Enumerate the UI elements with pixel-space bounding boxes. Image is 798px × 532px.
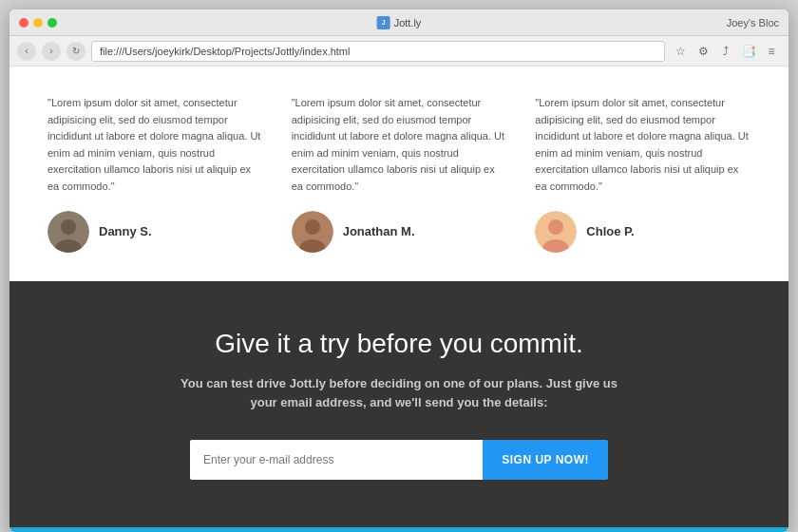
- testimonial-author-2: Jonathan M.: [292, 211, 507, 253]
- testimonial-quote-1: "Lorem ipsum dolor sit amet, consectetur…: [48, 95, 263, 196]
- avatar-danny: [48, 211, 89, 253]
- author-name-danny: Danny S.: [99, 224, 152, 238]
- address-text: file:///Users/joeykirk/Desktop/Projects/…: [100, 46, 350, 57]
- forward-button[interactable]: ›: [42, 42, 61, 61]
- browser-tab: J Jott.ly: [377, 16, 422, 29]
- cta-form: SIGN UP NOW!: [190, 440, 608, 480]
- page-content: "Lorem ipsum dolor sit amet, consectetur…: [10, 66, 788, 532]
- bookmark-list-icon[interactable]: 📑: [739, 42, 758, 61]
- browser-dots: [19, 18, 57, 28]
- svg-point-1: [61, 219, 76, 235]
- cta-title: Give it a try before you commit.: [48, 329, 750, 359]
- toolbar-actions: ☆ ⚙ ⤴ 📑 ≡: [671, 42, 781, 61]
- minimize-dot[interactable]: [33, 18, 43, 28]
- testimonial-item: "Lorem ipsum dolor sit amet, consectetur…: [48, 95, 263, 253]
- favicon-icon: J: [377, 16, 390, 29]
- address-bar[interactable]: file:///Users/joeykirk/Desktop/Projects/…: [91, 41, 665, 62]
- extensions-icon[interactable]: ⚙: [694, 42, 712, 61]
- author-name-jonathan: Jonathan M.: [343, 224, 415, 238]
- author-name-chloe: Chloe P.: [586, 224, 634, 238]
- browser-toolbar: ‹ › ↻ file:///Users/joeykirk/Desktop/Pro…: [10, 36, 788, 66]
- cta-subtitle: You can test drive Jott.ly before decidi…: [171, 374, 627, 414]
- footer-section: ABOUT CONTACT PRIVACY POLICY TERMS jottl…: [10, 527, 788, 532]
- tab-title: Jott.ly: [394, 17, 422, 28]
- testimonial-author-3: Chloe P.: [535, 211, 750, 253]
- avatar-chloe: [535, 211, 577, 253]
- testimonial-quote-3: "Lorem ipsum dolor sit amet, consectetur…: [535, 95, 750, 196]
- testimonial-author-1: Danny S.: [48, 211, 263, 253]
- signup-button[interactable]: SIGN UP NOW!: [483, 440, 608, 480]
- testimonial-quote-2: "Lorem ipsum dolor sit amet, consectetur…: [292, 95, 507, 196]
- cta-section: Give it a try before you commit. You can…: [10, 281, 788, 528]
- cta-content: Give it a try before you commit. You can…: [48, 329, 750, 481]
- testimonial-item-2: "Lorem ipsum dolor sit amet, consectetur…: [292, 95, 507, 253]
- testimonials-grid: "Lorem ipsum dolor sit amet, consectetur…: [48, 95, 750, 253]
- back-button[interactable]: ‹: [17, 42, 36, 61]
- browser-window: J Jott.ly Joey's Bloc ‹ › ↻ file:///User…: [10, 10, 788, 532]
- share-icon[interactable]: ⤴: [716, 42, 735, 61]
- user-label: Joey's Bloc: [727, 17, 779, 28]
- avatar-jonathan: [292, 211, 333, 253]
- bookmark-icon[interactable]: ☆: [671, 42, 690, 61]
- menu-icon[interactable]: ≡: [762, 42, 781, 61]
- testimonial-item-3: "Lorem ipsum dolor sit amet, consectetur…: [535, 95, 750, 253]
- testimonials-section: "Lorem ipsum dolor sit amet, consectetur…: [10, 66, 788, 281]
- browser-titlebar: J Jott.ly Joey's Bloc: [10, 10, 788, 36]
- reload-button[interactable]: ↻: [66, 42, 86, 61]
- email-input[interactable]: [190, 440, 483, 480]
- svg-point-4: [305, 219, 320, 235]
- maximize-dot[interactable]: [48, 18, 57, 28]
- svg-point-7: [548, 219, 563, 235]
- close-dot[interactable]: [19, 18, 28, 28]
